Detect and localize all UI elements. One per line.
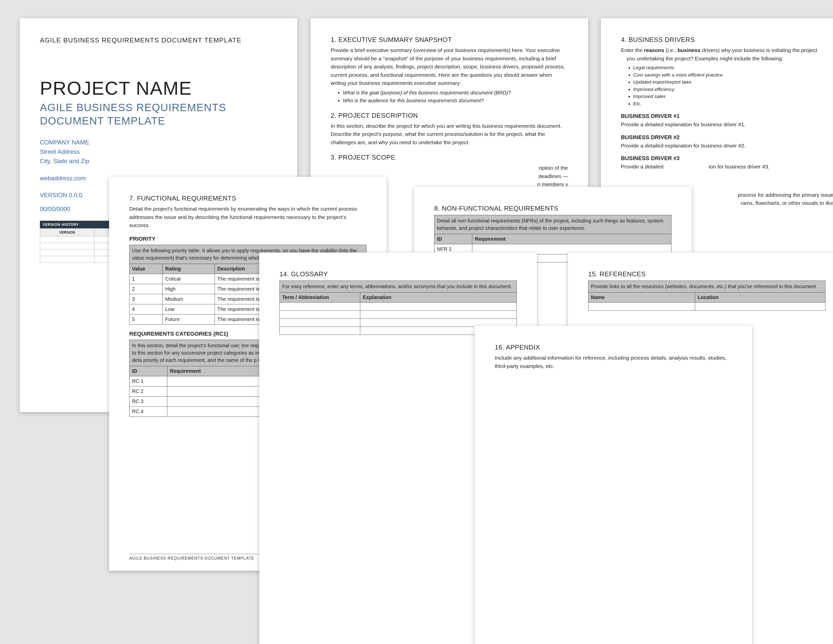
glossary-heading: 14. GLOSSARY (280, 270, 517, 278)
drivers-intro: Enter the reasons (i.e., business driver… (621, 46, 833, 55)
exec-summary-bullets: What is the goal (purpose) of this busin… (343, 89, 568, 105)
project-desc-text: In this section, describe the project fo… (331, 122, 568, 147)
references-table: NameLocation (588, 292, 825, 311)
drivers-bullets: Legal requirements Cost savings with a m… (633, 64, 833, 107)
subtitle: AGILE BUSINESS REQUIREMENTS DOCUMENT TEM… (40, 101, 277, 127)
functional-heading: 7. FUNCTIONAL REQUIREMENTS (129, 195, 367, 202)
company-block: COMPANY NAME Street Address City, State … (40, 138, 277, 166)
glossary-note: For easy reference, enter any terms, abb… (280, 280, 517, 292)
references-heading: 15. REFERENCES (588, 270, 825, 278)
appendix-heading: 16. APPENDIX (495, 343, 732, 351)
priority-heading: PRIORITY (129, 236, 367, 242)
nfr-heading: 8. NON-FUNCTIONAL REQUIREMENTS (434, 204, 671, 213)
references-note: Provide links to all the resources (webs… (588, 280, 825, 292)
exec-summary-heading: 1. EXECUTIVE SUMMARY SNAPSHOT (331, 36, 568, 44)
drivers-heading: 4. BUSINESS DRIVERS (621, 36, 833, 44)
exec-summary-text: Provide a brief executive summary (overv… (331, 46, 568, 87)
project-name: PROJECT NAME (40, 77, 277, 99)
doc-small-title: AGILE BUSINESS REQUIREMENTS DOCUMENT TEM… (40, 36, 277, 45)
functional-intro: Detail the project's functional requirem… (129, 205, 367, 230)
project-scope-heading: 3. PROJECT SCOPE (331, 153, 568, 161)
page-appendix: 16. APPENDIX Include any additional info… (474, 326, 752, 644)
appendix-text: Include any additional information for r… (495, 354, 732, 370)
nfr-note: Detail all non-functional requirements (… (434, 215, 671, 234)
project-desc-heading: 2. PROJECT DESCRIPTION (331, 112, 568, 119)
